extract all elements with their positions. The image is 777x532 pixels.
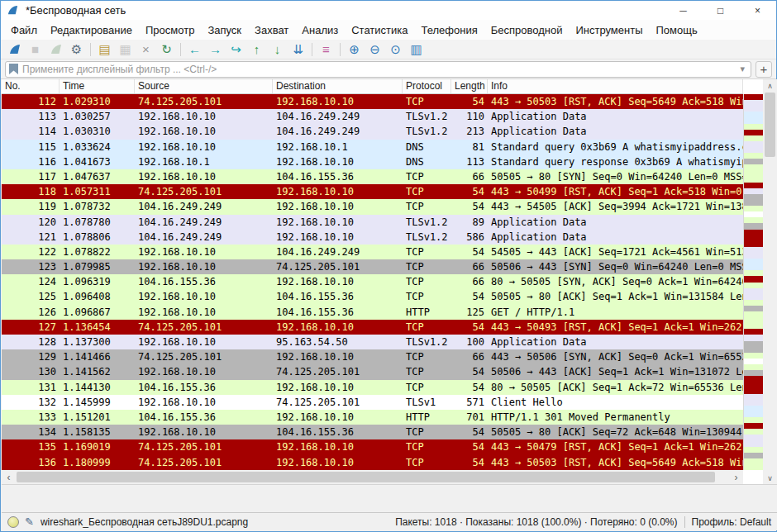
packet-row[interactable]: 1191.078732104.16.249.249192.168.10.10TC… [2, 199, 743, 214]
first-packet-icon[interactable]: ↑ [246, 40, 267, 59]
reload-file-icon[interactable]: ↻ [156, 40, 177, 59]
add-filter-button[interactable]: + [756, 61, 772, 78]
minimap-stripe [744, 223, 763, 229]
zoom-out-icon[interactable]: ⊖ [365, 40, 385, 59]
packet-minimap[interactable] [743, 94, 763, 470]
cell-dst: 74.125.205.101 [273, 395, 403, 410]
colorize-icon[interactable]: ≡ [316, 40, 336, 59]
menu-statistics[interactable]: Статистика [345, 21, 414, 39]
column-header-proto[interactable]: Protocol [403, 79, 451, 93]
packet-row[interactable]: 1361.18099974.125.205.101192.168.10.10TC… [2, 455, 743, 470]
horizontal-scrollbar-track[interactable] [16, 470, 729, 484]
packet-row[interactable]: 1321.145999192.168.10.1074.125.205.101TL… [2, 395, 743, 410]
menu-help[interactable]: Помощь [650, 21, 704, 39]
packet-row[interactable]: 1271.13645474.125.205.101192.168.10.10TC… [2, 320, 743, 335]
profile-label[interactable]: Профиль: Default [692, 516, 772, 528]
packet-stats: Пакеты: 1018 · Показаны: 1018 (100.0%) ·… [395, 516, 677, 528]
packet-row[interactable]: 1181.05731174.125.205.101192.168.10.10TC… [2, 184, 743, 199]
filter-dropdown-icon[interactable]: ▾ [737, 64, 747, 74]
maximize-button[interactable]: □ [702, 1, 739, 20]
packet-row[interactable]: 1161.041673192.168.10.1192.168.10.10DNS1… [2, 154, 743, 169]
cell-info: Application Data [488, 124, 743, 139]
goto-packet-icon[interactable]: ↪ [226, 40, 246, 59]
cell-time: 1.151201 [60, 410, 135, 425]
menu-capture[interactable]: Захват [248, 21, 295, 39]
resize-columns-icon[interactable]: ▥ [406, 40, 427, 59]
go-back-icon[interactable]: ← [184, 40, 205, 59]
scroll-right-icon[interactable]: › [729, 470, 743, 484]
auto-scroll-icon[interactable]: ⇊ [288, 40, 308, 59]
column-header-src[interactable]: Source [135, 79, 273, 93]
menu-wireless[interactable]: Беспроводной [484, 21, 570, 39]
menu-edit[interactable]: Редактирование [44, 21, 139, 39]
packet-row[interactable]: 1241.096319104.16.155.36192.168.10.10TCP… [2, 274, 743, 289]
packet-row[interactable]: 1251.096408192.168.10.10104.16.155.36TCP… [2, 289, 743, 304]
scroll-left-icon[interactable]: ‹ [2, 470, 16, 484]
minimap-stripe [744, 147, 763, 153]
packet-row[interactable]: 1311.144130104.16.155.36192.168.10.10TCP… [2, 380, 743, 395]
cell-len: 54 [451, 94, 488, 109]
last-packet-icon[interactable]: ↓ [267, 40, 288, 59]
packet-row[interactable]: 1261.096867192.168.10.10104.16.155.36HTT… [2, 305, 743, 320]
cell-no: 118 [2, 184, 60, 199]
start-capture-icon[interactable] [4, 40, 25, 59]
bookmark-icon[interactable] [9, 64, 18, 74]
scroll-down-icon[interactable]: ∨ [763, 472, 777, 484]
packet-row[interactable]: 1351.16901974.125.205.101192.168.10.10TC… [2, 439, 743, 454]
column-header-no[interactable]: No. [2, 79, 60, 93]
capture-options-icon[interactable]: ⚙ [66, 40, 87, 59]
cell-no: 114 [2, 124, 60, 139]
menu-telephony[interactable]: Телефония [414, 21, 484, 39]
column-header-info[interactable]: Info [488, 79, 743, 93]
packet-row[interactable]: 1141.030310192.168.10.10104.16.249.249TL… [2, 124, 743, 139]
cell-src: 192.168.10.10 [135, 364, 273, 379]
menu-analyze[interactable]: Анализ [295, 21, 345, 39]
packet-row[interactable]: 1341.158135192.168.10.10104.16.155.36TCP… [2, 425, 743, 439]
packet-row[interactable]: 1301.141562192.168.10.1074.125.205.101TC… [2, 364, 743, 379]
packet-row[interactable]: 1171.047637192.168.10.10104.16.155.36TCP… [2, 169, 743, 184]
zoom-in-icon[interactable]: ⊕ [344, 40, 365, 59]
menu-file[interactable]: Файл [4, 21, 44, 39]
expert-info-button[interactable] [7, 516, 19, 528]
packet-row[interactable]: 1231.079985192.168.10.1074.125.205.101TC… [2, 259, 743, 274]
toolbar-separator [90, 43, 91, 56]
cell-len: 66 [451, 349, 488, 364]
packet-row[interactable]: 1201.078780104.16.249.249192.168.10.10TL… [2, 215, 743, 230]
capture-comment-icon[interactable]: ✎ [25, 515, 34, 528]
vertical-scrollbar[interactable]: ∧ ∨ [763, 79, 777, 484]
cell-dst: 192.168.10.10 [273, 199, 403, 214]
menu-go[interactable]: Запуск [201, 21, 248, 39]
packet-row[interactable]: 1291.14146674.125.205.101192.168.10.10TC… [2, 349, 743, 364]
cell-proto: TCP [403, 184, 451, 199]
packet-row[interactable]: 1331.151201104.16.155.36192.168.10.10HTT… [2, 410, 743, 425]
display-filter-input[interactable] [22, 64, 737, 75]
open-file-icon[interactable]: ▤ [94, 40, 115, 59]
column-header-dst[interactable]: Destination [273, 79, 403, 93]
minimap-stripe [744, 159, 763, 164]
minimap-stripe [744, 106, 763, 112]
column-header-len[interactable]: Length [451, 79, 488, 93]
close-button[interactable]: × [739, 1, 776, 20]
vertical-scrollbar-thumb[interactable] [765, 93, 775, 157]
menu-tools[interactable]: Инструменты [569, 21, 649, 39]
zoom-original-icon[interactable]: ⊙ [385, 40, 406, 59]
packet-row[interactable]: 1121.02931074.125.205.101192.168.10.10TC… [2, 94, 743, 109]
title-bar[interactable]: *Беспроводная сеть ─ □ × [1, 1, 776, 20]
horizontal-scrollbar-thumb[interactable] [17, 472, 715, 482]
packet-row[interactable]: 1221.078822192.168.10.10104.16.249.249TC… [2, 245, 743, 259]
minimize-button[interactable]: ─ [665, 1, 702, 20]
packet-list[interactable]: 1121.02931074.125.205.101192.168.10.10TC… [2, 94, 743, 470]
packet-row[interactable]: 1211.078806104.16.249.249192.168.10.10TL… [2, 230, 743, 245]
minimap-stripe [744, 100, 763, 106]
menu-view[interactable]: Просмотр [139, 21, 201, 39]
packet-row[interactable]: 1131.030257192.168.10.10104.16.249.249TL… [2, 109, 743, 124]
horizontal-scrollbar[interactable]: ‹ › [2, 470, 743, 484]
minimap-stripe [744, 317, 763, 323]
close-file-icon[interactable]: × [136, 40, 156, 59]
packet-row[interactable]: 1151.033624192.168.10.10192.168.10.1DNS8… [2, 140, 743, 154]
scroll-up-icon[interactable]: ∧ [763, 79, 777, 92]
cell-len: 701 [451, 410, 488, 425]
go-forward-icon[interactable]: → [205, 40, 226, 59]
packet-row[interactable]: 1281.137300192.168.10.1095.163.54.50TLSv… [2, 335, 743, 349]
column-header-time[interactable]: Time [60, 79, 135, 93]
